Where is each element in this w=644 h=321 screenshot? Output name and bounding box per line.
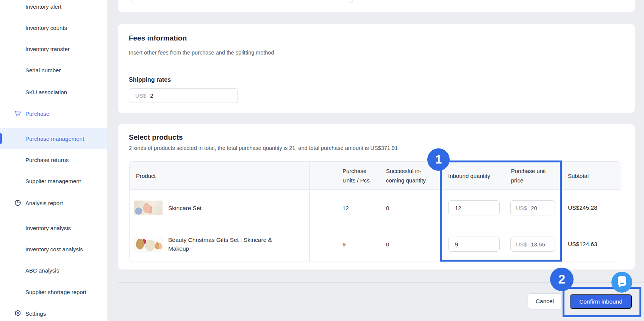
sidebar-item-label: Inventory cost analysis [25,246,83,252]
sidebar-item-supplier-management[interactable]: Supplier management [0,170,107,192]
top-input-partial[interactable] [130,0,353,3]
product-thumbnail-christmas-gift-set [134,237,163,252]
chat-bubble-icon [611,271,632,293]
sidebar-item-label: Supplier management [25,178,81,184]
sidebar-item-label: Serial number [25,67,61,73]
annotation-badge-step2: 2 [550,268,574,291]
sidebar-item-inventory-alert[interactable]: Inventory alert [0,0,107,17]
cart-icon [14,109,22,118]
sidebar-item-label: Settings [25,310,46,317]
header-incoming-quantity: Successful in- coming quantity [386,166,426,185]
sidebar-item-label: Inventory alert [25,3,61,10]
annotation-badge-step1: 1 [427,148,450,171]
sidebar-item-inventory-cost-analysis[interactable]: Inventory cost analysis [0,238,107,260]
active-indicator [0,133,2,144]
inbound-quantity-value: 9 [455,241,458,248]
shipping-rates-value: 2 [150,92,153,99]
sidebar-item-sku-association[interactable]: SKU association [0,81,107,103]
header-purchase-unit-price: Purchase unit price [511,166,546,185]
settings-icon [14,309,22,318]
product-name: Skincare Set [168,204,293,212]
shipping-rates-input[interactable]: US$ 2 [129,88,238,103]
confirm-inbound-button[interactable]: Confirm inbound [570,294,632,309]
sidebar-item-settings[interactable]: Settings [0,303,107,321]
sidebar-item-purchase[interactable]: Purchase [0,103,107,124]
product-thumbnail-skincare-set [134,201,163,215]
incoming-quantity-value: 0 [386,205,389,211]
purchase-units-value: 12 [342,205,349,211]
sidebar-item-analysis-report[interactable]: Analysis report [0,192,107,213]
chat-widget-button[interactable] [611,272,632,293]
select-products-card: Select products 2 kinds of products sele… [118,124,635,270]
sidebar-item-inventory-counts[interactable]: Inventory counts [0,17,107,38]
sidebar-item-purchase-returns[interactable]: Purchase returns [0,149,107,170]
select-products-title: Select products [129,133,183,142]
sidebar-item-inventory-transfer[interactable]: Inventory transfer [0,38,107,59]
sidebar-item-serial-number[interactable]: Serial number [0,59,107,81]
screen: Inventory alert Inventory counts Invento… [0,0,644,321]
purchase-unit-price-input[interactable]: US$ 13.55 [510,237,555,252]
sidebar: Inventory alert Inventory counts Invento… [0,0,107,321]
unit-price-value: 13.55 [531,241,545,248]
subtotal-value: US$124.63 [568,241,597,248]
purchase-unit-price-input[interactable]: US$ 20 [510,200,555,215]
products-table: Product Purchase Units / Pcs Successful … [129,161,621,262]
currency-prefix: US$ [135,92,146,99]
sidebar-item-label: Supplier shortage report [25,289,86,295]
product-name: Beauty Christmas Gifts Set : Skincare & … [168,235,293,253]
table-row: Beauty Christmas Gifts Set : Skincare & … [130,226,621,262]
header-product: Product [136,171,156,180]
sidebar-item-inventory-analysis[interactable]: Inventory analysis [0,217,107,238]
table-header-row: Product Purchase Units / Pcs Successful … [130,162,621,190]
header-purchase-units: Purchase Units / Pcs [342,166,370,185]
header-inbound-quantity: Inbound quantity [448,171,490,180]
pie-chart-icon [14,199,22,207]
sidebar-item-label: Analysis report [25,200,63,206]
sidebar-item-label: Purchase [25,111,49,117]
header-subtotal: Subtotal [568,171,589,180]
inbound-quantity-input[interactable]: 9 [448,237,500,252]
cancel-button[interactable]: Cancel [528,293,562,309]
fees-title: Fees information [129,34,187,42]
subtotal-value: US$245.28 [568,204,597,211]
unit-price-value: 20 [531,205,537,211]
currency-prefix: US$ [516,205,527,211]
table-row: Skincare Set 12 0 12 US$ 20 US$245.28 [130,190,621,226]
inbound-quantity-value: 12 [455,205,461,211]
divider [129,66,624,66]
purchase-units-value: 9 [342,241,345,248]
sidebar-item-purchase-management[interactable]: Purchase management [0,128,107,149]
sidebar-item-label: Purchase returns [25,157,69,163]
shipping-rates-label: Shipping rates [129,76,171,83]
sidebar-item-label: Purchase management [25,136,84,142]
sidebar-item-abc-analysis[interactable]: ABC analysis [0,260,107,281]
sidebar-item-label: Inventory analysis [25,225,71,231]
incoming-quantity-value: 0 [386,241,389,248]
sidebar-item-label: SKU association [25,89,67,95]
sidebar-item-label: Inventory transfer [25,46,70,52]
sidebar-item-supplier-shortage-report[interactable]: Supplier shortage report [0,281,107,302]
fees-subtitle: Insert other fees from the purchase and … [129,50,274,56]
top-card-partial [118,0,635,12]
sidebar-item-label: ABC analysis [25,267,59,274]
select-products-summary: 2 kinds of products selected in total, t… [129,145,398,151]
fees-information-card: Fees information Insert other fees from … [118,24,635,113]
currency-prefix: US$ [516,241,527,248]
inbound-quantity-input[interactable]: 12 [448,200,500,215]
sidebar-item-label: Inventory counts [25,25,67,31]
